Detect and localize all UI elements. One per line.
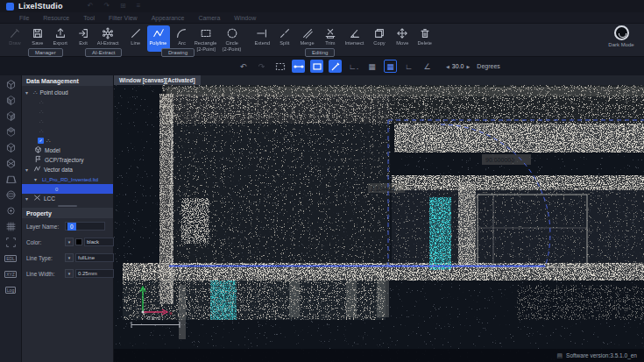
redo-icon[interactable]: ↷ — [255, 60, 268, 73]
split-button[interactable]: Split — [273, 25, 296, 52]
rectangle-2point-button[interactable]: Rectangle [2-Point] — [193, 25, 219, 52]
dark-mode-button[interactable]: Dark Mode — [604, 25, 639, 47]
color-swatch — [75, 238, 82, 245]
tree-item-cloud-2[interactable]: ∴ — [22, 107, 113, 117]
view-side-icon[interactable] — [4, 110, 18, 122]
dark-mode-icon — [614, 25, 629, 40]
delete-button[interactable]: Delete — [414, 25, 436, 52]
layer-name-label: Layer Name: — [26, 224, 61, 230]
quick-menu-icon[interactable]: ≡ — [137, 0, 141, 12]
line-width-dropdown[interactable]: ▾ 0.25mm — [65, 269, 114, 278]
canvas-tab-bar: Window [canvas][Activated] — [114, 75, 644, 85]
group-label-ai-extract: AI-Extract — [85, 48, 122, 57]
data-management-panel: Data Management ▾ ∴ Point cloud ∴ ∴ ∴ ∴ … — [22, 75, 113, 203]
chevron-down-icon[interactable]: ▾ — [25, 195, 31, 202]
left-panel: Data Management ▾ ∴ Point cloud ∴ ∴ ∴ ∴ … — [22, 75, 114, 362]
copy-button[interactable]: Copy — [368, 25, 391, 52]
chevron-down-icon[interactable]: ▾ — [34, 176, 39, 183]
view-bottom-icon[interactable] — [4, 142, 18, 153]
menu-tool[interactable]: Tool — [83, 15, 95, 21]
canvas-toolbar: ↶ ↷ ∟. ▦ ▦ ∟ ∠ ◀ 30.0 ▶ Degrees — [0, 56, 644, 75]
color-label: Color: — [26, 239, 61, 245]
ortho-corner-icon[interactable]: ∟. — [347, 60, 360, 73]
line-button[interactable]: Line — [124, 25, 147, 52]
chevron-down-icon[interactable]: ▾ — [65, 238, 74, 246]
chevron-down-icon[interactable]: ▾ — [65, 253, 74, 262]
tree-item-cloud-1[interactable]: ∴ — [22, 97, 113, 107]
tree-item-layer-selected[interactable]: 0 — [22, 184, 113, 194]
checkbox-checked[interactable]: ✓ — [38, 138, 44, 144]
grid-icon[interactable]: ▦ — [365, 60, 379, 73]
exit-icon — [77, 27, 89, 39]
panel-drag-handle[interactable] — [58, 205, 77, 207]
tree-item-cloud-3[interactable]: ∴ — [22, 117, 113, 126]
intersect-button[interactable]: Intersect — [342, 25, 368, 52]
status-bar: ▤ Software version:3.5.1.0_en — [114, 349, 644, 362]
undo-icon[interactable]: ↶ — [237, 60, 250, 73]
edl-toggle-icon[interactable]: EDL — [4, 252, 18, 264]
orbit-icon[interactable] — [4, 205, 18, 216]
snap-grid-icon[interactable]: ▦ — [384, 60, 397, 73]
menu-filter-view[interactable]: Filter View — [109, 15, 138, 21]
view-top-icon[interactable] — [4, 79, 18, 90]
tree-item-lcc[interactable]: ▾ LCC — [22, 194, 113, 203]
view-perspective-icon[interactable] — [4, 174, 18, 185]
property-panel: Property Layer Name: 0 Color: ▾ black — [22, 203, 113, 362]
xyz-axis-icon[interactable]: XYZ — [4, 268, 18, 280]
scale-label: 0.5 m — [147, 316, 160, 321]
draw-mode-icon[interactable] — [329, 60, 342, 73]
menu-appearance[interactable]: Appearance — [152, 15, 185, 21]
canvas-tab[interactable]: Window [canvas][Activated] — [114, 75, 201, 85]
fullscreen-icon[interactable] — [4, 237, 18, 248]
log-icon[interactable]: Log — [4, 284, 18, 295]
tree-item-cloud-4[interactable]: ∴ — [22, 126, 113, 136]
delete-icon — [419, 27, 431, 39]
selection-frame-icon[interactable] — [273, 60, 287, 73]
rectangle-mode-icon[interactable] — [310, 60, 323, 73]
angle-value[interactable]: 30.0 — [452, 63, 464, 69]
view-front-icon[interactable] — [4, 95, 18, 106]
grid-view-icon[interactable] — [4, 221, 18, 232]
extend-button[interactable]: Extend — [251, 25, 273, 52]
sphere-view-icon[interactable] — [4, 189, 18, 201]
chevron-down-icon[interactable]: ▾ — [65, 269, 74, 278]
stepper-left-icon[interactable]: ◀ — [446, 64, 449, 69]
menu-window[interactable]: Window — [234, 15, 256, 21]
tree-item-gcp-trajectory[interactable]: GCP/Trajectory — [22, 155, 113, 165]
point-cloud-viewport[interactable]: 90.000000 2.184436 x 0.5 m — [114, 85, 644, 362]
menu-file[interactable]: File — [19, 15, 29, 21]
quick-redo-icon[interactable]: ↷ — [103, 0, 110, 12]
segment-mode-icon[interactable] — [292, 60, 305, 73]
property-header: Property — [22, 208, 113, 218]
menu-camera[interactable]: Camera — [198, 15, 220, 21]
draw-button[interactable]: Draw — [4, 25, 26, 52]
chevron-down-icon[interactable]: ▾ — [25, 89, 31, 96]
canvas-area[interactable]: 90.000000 2.184436 x 0.5 m — [114, 85, 644, 362]
layer-name-input[interactable]: 0 — [65, 222, 105, 231]
circle-2point-button[interactable]: Circle (2-Point) — [219, 25, 245, 52]
quick-undo-icon[interactable]: ↶ — [88, 0, 94, 12]
menu-resource[interactable]: Resource — [43, 15, 69, 21]
tree-item-cloud-active[interactable]: ✓ ∴ — [22, 136, 113, 146]
move-button[interactable]: Move — [391, 25, 414, 52]
tree-item-point-cloud[interactable]: ▾ ∴ Point cloud — [22, 88, 113, 97]
line-type-dropdown[interactable]: ▾ fullLine — [65, 253, 114, 262]
tree-item-model[interactable]: Model — [22, 146, 113, 155]
export-icon — [54, 27, 67, 39]
view-iso-icon[interactable] — [4, 158, 18, 169]
angle-stepper[interactable]: ◀ 30.0 ▶ — [446, 63, 470, 69]
app-logo-icon — [6, 3, 14, 11]
corner-snap-icon[interactable]: ∟ — [402, 60, 415, 73]
group-label-editing: Editing — [305, 48, 335, 57]
chevron-down-icon[interactable]: ▾ — [25, 167, 31, 174]
point-cloud-icon: ∴ — [39, 99, 43, 106]
angle-snap-icon[interactable]: ∠ — [421, 60, 434, 73]
angle-annotation: 90.000000 — [485, 157, 514, 163]
color-dropdown[interactable]: ▾ black — [65, 238, 114, 246]
tree-item-vector-data[interactable]: ▾ Vector data — [22, 165, 113, 174]
view-back-icon[interactable] — [4, 126, 18, 138]
quick-layout-icon[interactable]: ⊞ — [120, 0, 126, 12]
doc-icon: ▤ — [556, 352, 563, 359]
tree-item-vector-file[interactable]: ▾ LI_Pro_RD_Invented.ltd — [22, 174, 113, 184]
stepper-right-icon[interactable]: ▶ — [466, 64, 470, 69]
